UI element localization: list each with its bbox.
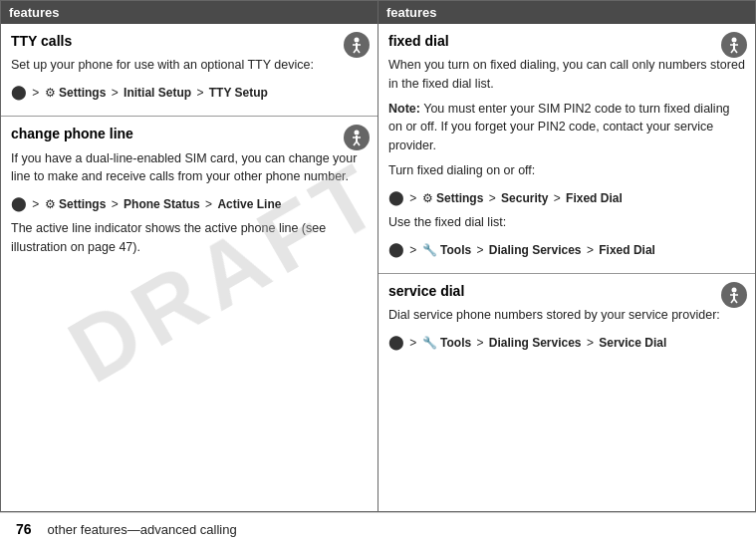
service-dial-tools-icon: 🔧 bbox=[422, 336, 437, 350]
svg-point-15 bbox=[732, 288, 737, 293]
section-tty-calls: TTY calls Set up your phone for use with… bbox=[1, 24, 378, 117]
tty-calls-body: Set up your phone for use with an option… bbox=[11, 56, 368, 103]
section-service-dial: service dial Dial service phone numbers … bbox=[378, 274, 755, 366]
svg-point-5 bbox=[355, 131, 360, 136]
change-phone-settings-label: Settings bbox=[59, 197, 106, 211]
tty-tty-setup-label: TTY Setup bbox=[209, 86, 268, 100]
fixed-dial-bullet-1: ⬤ bbox=[388, 189, 404, 205]
section-fixed-dial: fixed dial When you turn on fixed dialin… bbox=[378, 24, 755, 274]
fixed-dial-fixed-dial-label-2: Fixed Dial bbox=[599, 243, 655, 257]
tty-bullet: ⬤ bbox=[11, 84, 27, 100]
note-label: Note: bbox=[388, 102, 420, 116]
service-dial-text: Dial service phone numbers stored by you… bbox=[388, 306, 745, 325]
fixed-dial-nav-path-2: ⬤ > 🔧 Tools > Dialing Services > Fixed D… bbox=[388, 238, 745, 260]
fixed-dial-body: When you turn on fixed dialing, you can … bbox=[388, 56, 745, 260]
right-column: features fixed dial When you turn on fix… bbox=[378, 0, 756, 512]
tty-calls-text: Set up your phone for use with an option… bbox=[11, 56, 368, 75]
right-header: features bbox=[378, 1, 755, 24]
change-phone-active-line-label: Active Line bbox=[217, 197, 281, 211]
fixed-dial-fixed-dial-label: Fixed Dial bbox=[566, 191, 623, 205]
svg-point-10 bbox=[732, 38, 737, 43]
accessibility-icon-fixed-dial bbox=[721, 32, 747, 58]
service-dial-body: Dial service phone numbers stored by you… bbox=[388, 306, 745, 353]
change-phone-nav-path: ⬤ > ⚙ Settings > Phone Status > Active L… bbox=[11, 192, 368, 214]
fixed-dial-settings-icon-1: ⚙ bbox=[422, 191, 433, 205]
left-column: features TTY calls Set up your phone for… bbox=[0, 0, 378, 512]
svg-line-4 bbox=[357, 49, 360, 53]
tty-settings-icon: ⚙ bbox=[45, 86, 56, 100]
content-area: features TTY calls Set up your phone for… bbox=[0, 0, 756, 512]
svg-line-19 bbox=[734, 299, 737, 303]
change-phone-line-text: If you have a dual-line-enabled SIM card… bbox=[11, 149, 368, 187]
section-change-phone-line: change phone line If you have a dual-lin… bbox=[1, 117, 378, 271]
service-dial-tools-label: Tools bbox=[440, 336, 471, 350]
tty-settings-label: Settings bbox=[59, 86, 106, 100]
service-dial-service-dial-label: Service Dial bbox=[599, 336, 666, 350]
footer-text: other features—advanced calling bbox=[48, 522, 237, 537]
change-phone-bullet: ⬤ bbox=[11, 195, 27, 211]
tty-nav-path: ⬤ > ⚙ Settings > Initial Setup > TTY Set… bbox=[11, 81, 368, 103]
tty-calls-title: TTY calls bbox=[11, 32, 368, 50]
page-container: features TTY calls Set up your phone for… bbox=[0, 0, 756, 545]
service-dial-dialing-services-label: Dialing Services bbox=[489, 336, 582, 350]
change-phone-phone-status-label: Phone Status bbox=[124, 197, 200, 211]
left-header: features bbox=[1, 1, 378, 24]
accessibility-icon-change-line bbox=[344, 125, 370, 150]
svg-line-9 bbox=[357, 141, 360, 145]
fixed-dial-turn-label: Turn fixed dialing on or off: bbox=[388, 161, 745, 180]
svg-point-0 bbox=[355, 38, 360, 43]
fixed-dial-security-label: Security bbox=[501, 191, 548, 205]
svg-line-14 bbox=[734, 49, 737, 53]
service-dial-nav-path: ⬤ > 🔧 Tools > Dialing Services > Service… bbox=[388, 331, 745, 353]
fixed-dial-nav-path-1: ⬤ > ⚙ Settings > Security > Fixed Dial bbox=[388, 186, 745, 208]
fixed-dial-tools-label: Tools bbox=[440, 243, 471, 257]
fixed-dial-bullet-2: ⬤ bbox=[388, 241, 404, 257]
fixed-dial-note: Note: You must enter your SIM PIN2 code … bbox=[388, 100, 745, 155]
page-number: 76 bbox=[16, 521, 32, 537]
change-phone-extra-text: The active line indicator shows the acti… bbox=[11, 219, 368, 257]
footer: 76 other features—advanced calling bbox=[0, 512, 756, 545]
change-phone-line-title: change phone line bbox=[11, 125, 368, 142]
accessibility-icon-tty bbox=[344, 32, 370, 58]
service-dial-bullet: ⬤ bbox=[388, 334, 404, 350]
fixed-dial-title: fixed dial bbox=[388, 32, 745, 50]
fixed-dial-tools-icon: 🔧 bbox=[422, 243, 437, 257]
change-phone-settings-icon: ⚙ bbox=[45, 197, 56, 211]
tty-initial-setup-label: Initial Setup bbox=[124, 86, 191, 100]
fixed-dial-text: When you turn on fixed dialing, you can … bbox=[388, 56, 745, 94]
accessibility-icon-service-dial bbox=[721, 282, 747, 308]
fixed-dial-settings-label-1: Settings bbox=[436, 191, 483, 205]
change-phone-line-body: If you have a dual-line-enabled SIM card… bbox=[11, 149, 368, 257]
fixed-dial-dialing-services-label: Dialing Services bbox=[489, 243, 582, 257]
service-dial-title: service dial bbox=[388, 282, 745, 300]
fixed-dial-use-label: Use the fixed dial list: bbox=[388, 213, 745, 232]
